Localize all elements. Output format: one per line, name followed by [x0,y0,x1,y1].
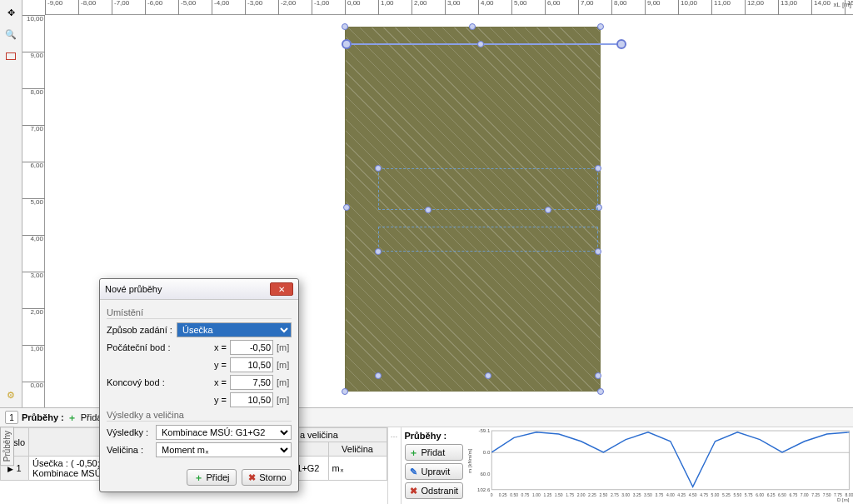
dashed-region [378,168,598,210]
edit-icon: ✎ [409,467,419,477]
end-label: Koncový bod : [107,377,173,387]
section-end-node[interactable] [616,39,626,49]
plot-x-label: D [m] [836,497,849,502]
settings-button[interactable]: ⚙ [2,386,20,404]
dialog-add-button[interactable]: ＋Přidej [187,469,237,486]
edge-node[interactable] [485,372,491,379]
svg-text:1.75: 1.75 [566,492,574,497]
dialog-title: Nové průběhy [105,284,162,294]
edit-button[interactable]: ✎Upravit [405,463,463,480]
end-x-input[interactable] [230,375,273,390]
dashed-node[interactable] [425,207,431,213]
svg-text:2.25: 2.25 [588,492,596,497]
svg-text:1.25: 1.25 [543,492,551,497]
remove-icon: ✖ [409,486,419,496]
svg-text:60.0: 60.0 [480,472,490,477]
extents-icon [6,52,16,60]
add-button[interactable]: ＋Přidat [405,444,463,461]
extents-tool[interactable] [2,47,20,65]
zoom-tool[interactable]: 🔍 [2,25,20,43]
svg-text:5.50: 5.50 [733,492,741,497]
svg-text:4.75: 4.75 [700,492,708,497]
slab-node[interactable] [342,388,348,395]
magnifier-icon: 🔍 [6,29,16,39]
section-start-node[interactable] [342,39,352,49]
ruler-horizontal: xL [m] -9,00-8,00-7,00-6,00-5,00-4,00-3,… [45,0,853,15]
start-label: Počáteční bod : [107,342,173,352]
svg-text:5.00: 5.00 [711,492,719,497]
plus-icon: ＋ [193,472,203,482]
svg-text:0.0: 0.0 [482,450,490,455]
svg-text:0.75: 0.75 [521,492,529,497]
close-icon: ✕ [278,285,285,294]
results-label: Výsledky : [107,427,152,437]
slab-node[interactable] [597,23,604,30]
svg-text:7.25: 7.25 [811,492,820,497]
row-num: 1 [17,463,22,473]
slab-node[interactable] [342,23,348,30]
plus-icon: ＋ [409,447,419,457]
svg-text:2.75: 2.75 [610,492,618,497]
end-y-input[interactable] [230,392,273,407]
slab-node[interactable] [469,23,476,30]
svg-text:0.25: 0.25 [498,492,506,497]
unit: [m] [277,342,292,352]
group-location: Umístění [107,307,292,319]
ruler-vertical: 10,009,008,007,006,005,004,003,002,001,0… [22,15,45,407]
left-toolbar: ✥ 🔍 ⚙ [0,0,22,407]
svg-text:2.00: 2.00 [576,492,585,497]
svg-text:-59.1: -59.1 [478,428,490,433]
svg-text:5.75: 5.75 [744,492,752,497]
new-profile-dialog: Nové průběhy ✕ Umístění Způsob zadání : … [99,278,299,492]
dashed-node[interactable] [595,165,601,172]
results-select[interactable]: Kombinace MSÚ: G1+G2 [156,425,292,440]
col-quantity: Veličina [328,442,387,457]
method-select[interactable]: Úsečka [177,322,292,337]
svg-text:4.25: 4.25 [677,492,686,497]
row-quantity: mₓ [328,457,387,481]
svg-text:0: 0 [490,492,492,497]
svg-rect-0 [491,431,849,490]
dialog-cancel-button[interactable]: ✖Storno [242,469,292,486]
svg-text:5.25: 5.25 [722,492,731,497]
svg-text:2.50: 2.50 [599,492,607,497]
svg-text:102.6: 102.6 [477,487,491,492]
dashed-node[interactable] [375,248,382,255]
tab-index[interactable]: 1 [5,411,18,424]
x-label: x = [214,342,227,352]
dashed-node[interactable] [545,207,551,213]
start-y-input[interactable] [230,357,273,372]
slab-node[interactable] [597,388,604,395]
close-button[interactable]: ✕ [270,282,293,296]
method-label: Způsob zadání : [107,325,173,335]
dashed-node[interactable] [375,165,382,172]
move-icon: ✥ [6,7,16,17]
svg-text:1.00: 1.00 [532,492,541,497]
svg-text:3.25: 3.25 [632,492,641,497]
svg-text:3.50: 3.50 [644,492,652,497]
svg-text:3.00: 3.00 [621,492,630,497]
side-tab-prubehy[interactable]: Průběhy [0,427,14,466]
quantity-label: Veličina : [107,445,152,455]
section-mid-node[interactable] [477,41,484,47]
move-tool[interactable]: ✥ [2,3,20,22]
dialog-titlebar[interactable]: Nové průběhy ✕ [100,279,298,300]
svg-text:3.75: 3.75 [655,492,663,497]
slab-node[interactable] [343,204,350,211]
moment-plot: -59.10.060.0102.6 00.250.500.751.001.251… [466,427,854,504]
edge-node[interactable] [595,372,601,379]
start-x-input[interactable] [230,340,273,355]
remove-button[interactable]: ✖Odstranit [405,482,463,499]
svg-text:m [kNm/m]: m [kNm/m] [467,448,472,473]
svg-text:6.25: 6.25 [766,492,775,497]
dashed-node[interactable] [595,248,601,255]
svg-text:4.00: 4.00 [666,492,674,497]
cancel-icon: ✖ [247,472,257,482]
svg-text:1.50: 1.50 [554,492,562,497]
quantity-select[interactable]: Moment mₓ [156,442,292,457]
svg-text:4.50: 4.50 [688,492,696,497]
group-results: Výsledky a veličina [107,410,292,422]
svg-text:6.00: 6.00 [756,492,764,497]
edge-node[interactable] [375,372,382,379]
svg-text:7.00: 7.00 [800,492,808,497]
